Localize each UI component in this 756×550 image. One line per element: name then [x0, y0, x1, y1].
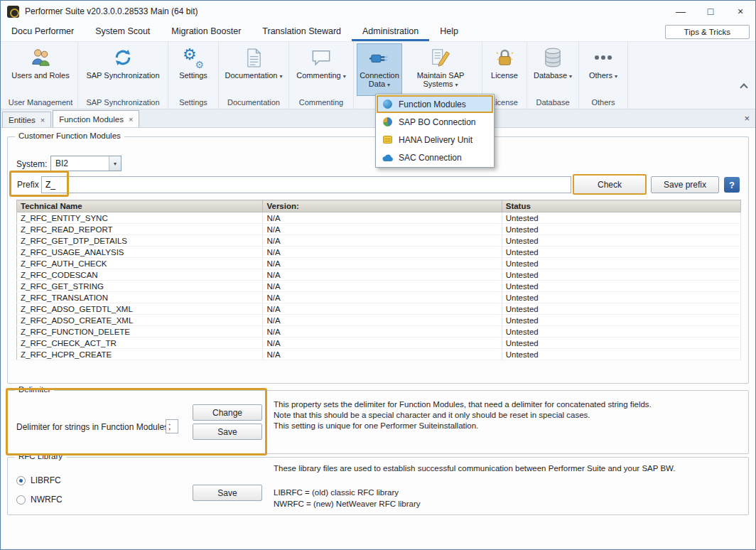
- maximize-button[interactable]: □: [696, 1, 725, 22]
- table-row[interactable]: Z_RFC_ENTITY_SYNCN/AUntested: [17, 212, 741, 224]
- save-delimiter-button[interactable]: Save: [193, 424, 262, 440]
- column-version[interactable]: Version:: [263, 200, 502, 212]
- table-row[interactable]: Z_RFC_USAGE_ANALYSISN/AUntested: [17, 247, 741, 258]
- table-row[interactable]: Z_RFC_CHECK_ACT_TRN/AUntested: [17, 338, 741, 349]
- menu-tab-translation-steward[interactable]: Translation Steward: [252, 23, 352, 41]
- others-button[interactable]: Others: [582, 43, 625, 96]
- save-prefix-button[interactable]: Save prefix: [651, 176, 719, 193]
- column-technical-name[interactable]: Technical Name: [17, 200, 263, 212]
- group-title: Customer Function Modules: [15, 131, 124, 140]
- ellipsis-icon: [595, 46, 612, 69]
- maintain-sap-systems-button[interactable]: Maintain SAP Systems: [402, 43, 479, 96]
- users-and-roles-button[interactable]: Users and Roles: [6, 43, 75, 96]
- pencil-list-icon: [431, 46, 450, 69]
- menu-tab-docu-performer[interactable]: Docu Performer: [1, 23, 85, 41]
- menu-tab-help[interactable]: Help: [429, 23, 469, 41]
- description-line: This setting is unique for one Performer…: [274, 421, 652, 431]
- table-row[interactable]: Z_RFC_TRANSLATIONN/AUntested: [17, 292, 741, 303]
- table-cell-version: N/A: [263, 281, 502, 292]
- chevron-down-icon[interactable]: ▾: [109, 156, 121, 171]
- tab-function-modules[interactable]: Function Modules ×: [53, 110, 139, 127]
- ribbon-group-label: Others: [582, 96, 625, 109]
- hana-delivery-unit-icon: [382, 134, 393, 146]
- menu-tab-system-scout[interactable]: System Scout: [85, 23, 161, 41]
- table-cell-status: Untested: [502, 258, 740, 269]
- database-button[interactable]: Database: [530, 43, 576, 96]
- table-row[interactable]: Z_RFC_ADSO_CREATE_XMLN/AUntested: [17, 315, 741, 326]
- sap-synchronization-button[interactable]: SAP Synchronization: [81, 43, 165, 96]
- table-header-row: Technical Name Version: Status: [17, 200, 741, 212]
- tab-close-icon[interactable]: ×: [129, 116, 133, 123]
- settings-button[interactable]: ⚙⚙ Settings: [171, 43, 215, 96]
- ribbon-item-label: Documentation: [225, 71, 282, 81]
- connection-data-button[interactable]: Connection Data: [357, 43, 402, 96]
- minimize-button[interactable]: —: [666, 1, 696, 22]
- table-row[interactable]: Z_RFC_ADSO_GETDTL_XMLN/AUntested: [17, 303, 741, 315]
- save-rfc-library-button[interactable]: Save: [193, 485, 262, 501]
- ribbon-group-label: Commenting: [292, 96, 350, 109]
- menu-item-label: HANA Delivery Unit: [399, 135, 472, 145]
- tips-tricks-button[interactable]: Tips & Tricks: [665, 25, 750, 39]
- menu-item-sap-bo-connection[interactable]: SAP BO Connection: [377, 113, 493, 131]
- collapse-ribbon-icon[interactable]: [738, 82, 750, 92]
- menu-item-label: SAP BO Connection: [399, 117, 476, 127]
- sync-icon: [113, 46, 133, 69]
- nwrfc-radio[interactable]: NWRFC: [16, 495, 63, 505]
- group-title: RFC Library: [15, 452, 66, 460]
- rfc-library-description: These library files are used to establis…: [274, 463, 735, 474]
- delimiter-group: Delimiter Delimiter for strings in Funct…: [7, 390, 749, 454]
- table-row[interactable]: Z_RFC_HCPR_CREATEN/AUntested: [17, 349, 741, 360]
- table-row[interactable]: Z_RFC_CODESCANN/AUntested: [17, 269, 741, 281]
- close-tab-strip-icon[interactable]: ×: [744, 113, 750, 124]
- rfc-library-group: RFC Library LIBRFC NWRFC Save These libr…: [7, 457, 749, 515]
- system-combobox[interactable]: BI2 ▾: [50, 156, 122, 171]
- license-button[interactable]: License: [485, 43, 524, 96]
- prefix-label: Prefix: [17, 180, 39, 190]
- table-row[interactable]: Z_RFC_GET_STRINGN/AUntested: [17, 281, 741, 292]
- tab-entities[interactable]: Entities ×: [2, 112, 51, 127]
- table-cell-technical-name: Z_RFC_ADSO_CREATE_XML: [17, 315, 263, 326]
- window-controls: — □ ×: [666, 1, 755, 22]
- table-cell-technical-name: Z_RFC_ENTITY_SYNC: [17, 212, 263, 224]
- comment-bubble-icon: [311, 46, 331, 69]
- table-row[interactable]: Z_RFC_AUTH_CHECKN/AUntested: [17, 258, 741, 269]
- table-cell-status: Untested: [502, 292, 740, 303]
- table-row[interactable]: Z_RFC_FUNCTION_DELETEN/AUntested: [17, 326, 741, 338]
- ribbon-group-user-management: Users and Roles User Management: [4, 42, 78, 109]
- nwrfc-line: NWRFC = (new) NetWeaver RFC library: [274, 499, 421, 509]
- menu-tab-administration[interactable]: Administration: [352, 23, 429, 41]
- table-cell-version: N/A: [263, 349, 502, 360]
- menu-item-sac-connection[interactable]: SAC Connection: [377, 149, 493, 166]
- librfc-radio[interactable]: LIBRFC: [16, 475, 61, 485]
- close-button[interactable]: ×: [725, 1, 755, 22]
- table-cell-status: Untested: [502, 235, 740, 247]
- commenting-button[interactable]: Commenting: [292, 43, 350, 96]
- menu-tab-migration-booster[interactable]: Migration Booster: [161, 23, 252, 41]
- delimiter-input[interactable]: [166, 419, 178, 433]
- help-icon[interactable]: ?: [724, 177, 740, 193]
- check-button[interactable]: Check: [573, 174, 647, 195]
- documentation-button[interactable]: Documentation: [222, 43, 286, 96]
- app-logo-icon: [7, 6, 19, 18]
- table-cell-version: N/A: [263, 235, 502, 247]
- column-status[interactable]: Status: [502, 200, 740, 212]
- tab-label: Entities: [9, 116, 36, 124]
- table-cell-technical-name: Z_RFC_CHECK_ACT_TR: [17, 338, 263, 349]
- tab-close-icon[interactable]: ×: [40, 117, 45, 124]
- function-modules-table: Technical Name Version: Status Z_RFC_ENT…: [16, 200, 741, 360]
- table-cell-technical-name: Z_RFC_TRANSLATION: [17, 292, 263, 303]
- table-row[interactable]: Z_RFC_READ_REPORTN/AUntested: [17, 224, 741, 235]
- change-delimiter-button[interactable]: Change: [193, 404, 262, 421]
- ribbon-group-sap-synchronization: SAP Synchronization SAP Synchronization: [78, 42, 168, 109]
- app-window: Performer Suite v20.3.0.0.28533 Main (64…: [0, 0, 756, 550]
- menu-item-function-modules[interactable]: Function Modules: [377, 95, 493, 113]
- table-cell-version: N/A: [263, 224, 502, 235]
- radio-unselected-icon: [16, 495, 26, 505]
- menu-item-hana-delivery-unit[interactable]: HANA Delivery Unit: [377, 131, 493, 149]
- ribbon-item-label: SAP Synchronization: [86, 71, 159, 80]
- ribbon-group-commenting: Commenting Commenting: [289, 42, 354, 109]
- prefix-input[interactable]: [41, 176, 571, 193]
- ribbon-item-label: Others: [589, 71, 617, 81]
- table-row[interactable]: Z_RFC_GET_DTP_DETAILSN/AUntested: [17, 235, 741, 247]
- system-value: BI2: [51, 158, 109, 168]
